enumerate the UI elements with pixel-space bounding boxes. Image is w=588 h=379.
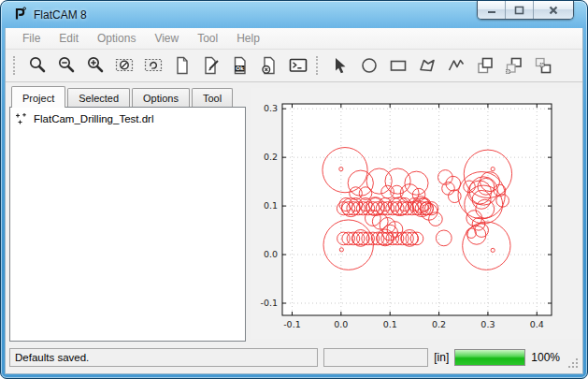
main-area: Project Selected Options Tool [6,82,582,343]
copy-objects-icon [475,55,495,76]
rectangle-tool-icon [388,55,409,76]
tab-selected[interactable]: Selected [67,88,130,107]
progress-percent: 100% [531,351,560,364]
delete-object-icon [259,55,280,76]
svg-text:Ok: Ok [236,66,244,71]
minimize-button[interactable] [478,1,506,19]
menu-tool[interactable]: Tool [188,29,227,48]
clear-plot-button[interactable] [109,52,138,79]
shell-icon [288,55,308,76]
select-button[interactable] [325,52,354,79]
svg-text:-0.1: -0.1 [283,319,301,329]
progress-fill [455,350,524,365]
project-tree[interactable]: FlatCam_Drilling_Test.drl [9,107,246,342]
shell-button[interactable] [283,52,312,79]
activity-field [323,348,428,367]
close-button[interactable] [534,1,573,19]
join-geometry-icon [533,55,553,76]
status-message: Defaults saved. [9,348,318,367]
save-object-button[interactable]: Ok [225,52,254,79]
new-project-icon [172,55,193,76]
client-area: File Edit Options View Tool Help [5,28,583,374]
plot-canvas[interactable]: -0.10.00.10.20.30.4-0.10.00.10.20.3 [251,88,581,339]
caption-buttons [477,1,574,20]
toolbar-grip[interactable] [13,56,17,75]
toolbar: Ok [6,50,582,82]
zoom-out-icon [56,55,77,76]
svg-text:0.3: 0.3 [480,319,495,329]
plot-panel: -0.10.00.10.20.30.4-0.10.00.10.20.3 [246,82,582,343]
svg-text:0.3: 0.3 [264,103,278,113]
zoom-out-button[interactable] [51,52,80,79]
new-project-button[interactable] [167,52,196,79]
toolbar-grip[interactable] [316,56,320,75]
close-icon [549,6,558,15]
add-path-button[interactable] [441,52,470,79]
open-project-icon [201,55,222,76]
menu-edit[interactable]: Edit [50,29,88,48]
app-window: FlatCAM 8 File Edit Options View Tool He… [0,0,588,379]
polygon-tool-icon [417,55,437,76]
flatcam-logo-icon [12,6,28,25]
menubar: File Edit Options View Tool Help [6,28,582,50]
tabbar: Project Selected Options Tool [9,86,246,107]
svg-text:-0.1: -0.1 [260,298,278,308]
maximize-button[interactable] [506,1,534,19]
replot-button[interactable] [138,52,167,79]
window-title: FlatCAM 8 [34,8,87,22]
save-object-icon: Ok [230,55,251,76]
svg-text:0.1: 0.1 [264,200,278,211]
tree-item-drill-file[interactable]: FlatCam_Drilling_Test.drl [10,108,245,125]
zoom-fit-icon [27,55,48,76]
svg-text:0.0: 0.0 [264,249,278,259]
menu-file[interactable]: File [13,29,50,48]
svg-text:0.2: 0.2 [264,152,278,162]
copy-geometry-button[interactable] [499,52,528,79]
add-rectangle-button[interactable] [383,52,412,79]
add-polygon-button[interactable] [412,52,441,79]
delete-object-button[interactable] [254,52,283,79]
select-arrow-icon [330,55,351,76]
join-geometry-button[interactable] [528,52,557,79]
circle-tool-icon [359,55,380,76]
progress-bar [454,349,525,366]
zoom-fit-button[interactable] [22,52,51,79]
menu-help[interactable]: Help [227,29,269,48]
tab-options[interactable]: Options [132,88,190,107]
svg-text:0.1: 0.1 [383,319,397,329]
svg-text:0.4: 0.4 [530,319,544,329]
maximize-icon [514,6,524,15]
statusbar: Defaults saved. [in] 100% [6,343,582,373]
path-tool-icon [446,55,466,76]
tab-tool[interactable]: Tool [192,88,233,107]
copy-objects-button[interactable] [470,52,499,79]
add-circle-button[interactable] [354,52,383,79]
zoom-in-icon [85,55,106,76]
resize-grip[interactable] [568,358,579,369]
tree-item-label: FlatCam_Drilling_Test.drl [34,113,153,124]
menu-view[interactable]: View [145,29,188,48]
toolbar-group-draw [325,52,557,79]
menu-options[interactable]: Options [88,29,145,48]
drill-marks-icon [15,112,28,125]
replot-icon [143,55,164,76]
open-project-button[interactable] [196,52,225,79]
svg-text:0.2: 0.2 [432,319,446,329]
minimize-icon [487,6,496,14]
units-label: [in] [434,351,449,364]
titlebar[interactable]: FlatCAM 8 [5,2,583,28]
left-panel: Project Selected Options Tool [6,82,246,343]
svg-text:0.0: 0.0 [334,319,348,329]
tab-project[interactable]: Project [11,86,65,108]
copy-geometry-icon [504,55,524,76]
zoom-in-button[interactable] [80,52,109,79]
clear-plot-icon [114,55,135,76]
toolbar-group-plot: Ok [22,52,312,79]
